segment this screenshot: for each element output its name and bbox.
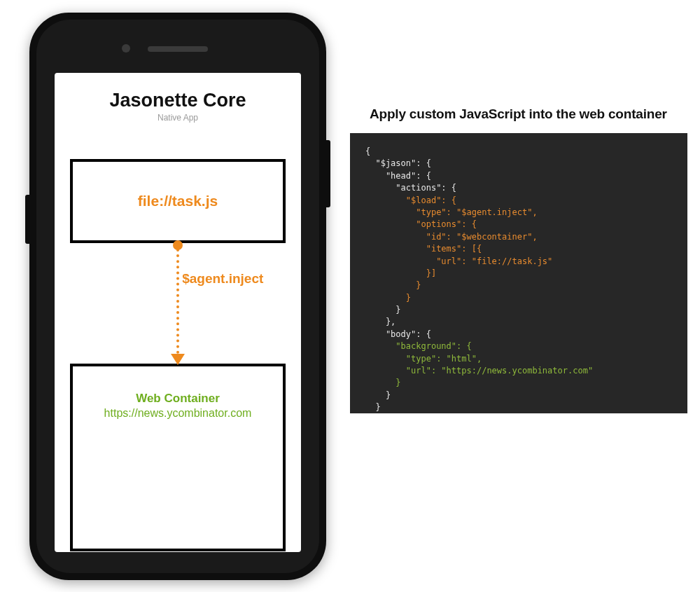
code-token: }: [365, 402, 381, 412]
code-token: }: [365, 378, 401, 387]
code-token: "$load": {: [365, 195, 456, 205]
code-token: "body": {: [365, 329, 431, 339]
phone-bezel: Jasonette Core Native App file://task.js…: [36, 20, 319, 573]
web-container-box: Web Container https://news.ycombinator.c…: [70, 364, 286, 551]
code-token: "id": "$webcontainer",: [365, 232, 538, 242]
code-token: "options": {: [365, 219, 477, 229]
task-box: file://task.js: [70, 159, 286, 243]
code-caption: Apply custom JavaScript into the web con…: [370, 106, 667, 122]
diagram-stage: Jasonette Core Native App file://task.js…: [0, 0, 700, 592]
phone-screen: Jasonette Core Native App file://task.js…: [55, 73, 301, 552]
code-token: "url": "file://task.js": [365, 256, 552, 266]
code-token: "actions": {: [365, 183, 456, 193]
task-file-label: file://task.js: [138, 193, 218, 209]
code-token: "$jason": {: [365, 158, 431, 168]
code-token: "background": {: [365, 341, 472, 351]
code-token: "type": "$agent.inject",: [365, 207, 538, 217]
arrow-dashed-line-icon: [176, 249, 179, 354]
code-token: "url": "https://news.ycombinator.com": [365, 366, 593, 376]
code-block: { "$jason": { "head": { "actions": { "$l…: [350, 133, 687, 413]
code-token: }: [365, 390, 391, 400]
code-token: }]: [365, 268, 436, 278]
code-token: {: [365, 146, 370, 156]
inject-label: $agent.inject: [182, 271, 263, 287]
arrow-head-icon: [171, 354, 185, 365]
code-token: }: [365, 305, 401, 315]
app-title: Jasonette Core: [70, 90, 286, 111]
screen-content: Jasonette Core Native App file://task.js…: [55, 73, 301, 552]
speaker-icon: [148, 46, 208, 52]
code-token: "head": {: [365, 171, 431, 181]
web-container-title: Web Container: [73, 392, 283, 406]
phone-frame: Jasonette Core Native App file://task.js…: [29, 13, 326, 580]
code-token: },: [365, 317, 396, 326]
web-container-url: https://news.ycombinator.com: [73, 407, 283, 420]
code-token: }: [365, 280, 421, 290]
camera-icon: [122, 44, 130, 53]
code-token: "type": "html",: [365, 354, 482, 364]
inject-arrow: $agent.inject: [70, 243, 286, 364]
code-token: "items": [{: [365, 244, 482, 254]
code-token: }: [365, 293, 411, 303]
app-subtitle: Native App: [70, 113, 286, 123]
